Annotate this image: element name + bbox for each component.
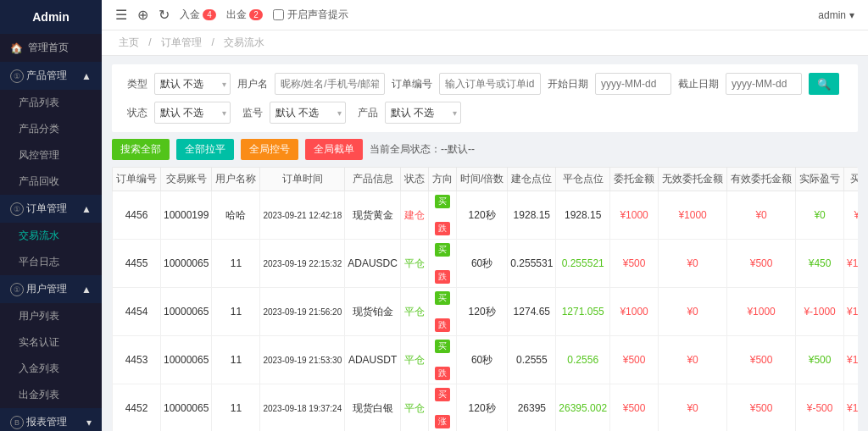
th-buy-balance: 买压余额 [844, 168, 858, 191]
product-select[interactable]: 默认 不选 [385, 102, 461, 124]
sidebar-section-label: ① 产品管理 [10, 69, 67, 83]
sound-toggle[interactable]: 开启声音提示 [273, 8, 348, 22]
table-row: 4453 10000065 11 2023-09-19 21:53:30 ADA… [113, 336, 859, 384]
cell-close-price: 1271.055 [556, 288, 610, 336]
sound-checkbox[interactable] [273, 9, 284, 20]
sidebar-section-product[interactable]: ① 产品管理 ▲ [0, 62, 102, 90]
sidebar-section-user[interactable]: ① 用户管理 ▲ [0, 275, 102, 303]
breadcrumb-order-mgmt[interactable]: 订单管理 [161, 36, 202, 48]
cell-account: 10000065 [161, 288, 212, 336]
home-icon: 🏠 [10, 42, 23, 54]
sidebar: Admin 🏠 管理首页 ① 产品管理 ▲ 产品列表 产品分类 风控管理 产品回… [0, 0, 102, 431]
sidebar-section-order[interactable]: ① 订单管理 ▲ [0, 195, 102, 223]
sidebar-item-dashboard[interactable]: 🏠 管理首页 [0, 34, 102, 62]
type-select[interactable]: 默认 不选 [154, 73, 231, 95]
monitor-select[interactable]: 默认 不选 [270, 102, 346, 124]
filter-row-2: 状态 默认 不选 监号 默认 不选 产品 默认 不选 [122, 102, 848, 124]
breadcrumb: 主页 / 订单管理 / 交易流水 [102, 30, 868, 56]
order-no-input[interactable] [439, 73, 541, 95]
refresh-icon[interactable]: ↻ [159, 7, 170, 23]
breadcrumb-sep2: / [211, 36, 214, 48]
cell-buy-balance: ¥190331.8 [844, 240, 858, 288]
cell-status: 建仓 [400, 191, 428, 240]
filter-row-1: 类型 默认 不选 用户名 订单编号 开始日期 截止日期 🔍 [122, 73, 848, 95]
all-flat-button[interactable]: 全部拉平 [176, 139, 234, 160]
sidebar-item-product-audit[interactable]: 产品回收 [0, 169, 102, 195]
status-select-wrapper: 默认 不选 [154, 102, 231, 124]
dropdown-icon[interactable]: ▾ [849, 9, 854, 21]
cell-status: 平仓 [400, 288, 428, 336]
sidebar-item-platform-log[interactable]: 平台日志 [0, 249, 102, 275]
cell-time: 2023-09-19 21:56:20 [260, 288, 345, 336]
menu-icon[interactable]: ☰ [115, 7, 127, 23]
cell-order-id: 4456 [113, 191, 161, 240]
search-all-button[interactable]: 搜索全部 [112, 139, 170, 160]
cell-product: 现货铂金 [345, 288, 401, 336]
th-valid-amount: 有效委托金额 [727, 168, 796, 191]
topbar-left: ☰ ⊕ ↻ 入金 4 出金 2 开启声音提示 [115, 7, 348, 23]
cell-order-id: 4454 [113, 288, 161, 336]
th-invalid-amount: 无效委托金额 [659, 168, 727, 191]
withdraw-btn[interactable]: 出金 2 [226, 8, 263, 22]
search-button[interactable]: 🔍 [809, 73, 839, 95]
cell-time-mult: 120秒 [456, 191, 507, 240]
th-status: 状态 [400, 168, 428, 191]
cell-amount: ¥1000 [610, 191, 659, 240]
sidebar-section-report[interactable]: B 报表管理 ▾ [0, 408, 102, 431]
chevron-down-icon: ▾ [86, 417, 92, 428]
breadcrumb-transaction-flow: 交易流水 [224, 36, 264, 48]
type-label: 类型 [122, 77, 147, 91]
sidebar-item-transaction-flow[interactable]: 交易流水 [0, 223, 102, 249]
username-input[interactable] [275, 73, 385, 95]
cell-account: 10000065 [161, 336, 212, 384]
sidebar-item-user-list[interactable]: 用户列表 [0, 303, 102, 329]
monitor-label: 监号 [237, 106, 263, 120]
cell-open-price: 1928.15 [508, 191, 556, 240]
start-date-input[interactable] [595, 73, 671, 95]
globe-icon[interactable]: ⊕ [137, 7, 148, 23]
th-username: 用户名称 [212, 168, 260, 191]
end-date-input[interactable] [726, 73, 802, 95]
withdraw-badge: 2 [249, 9, 263, 20]
action-row: 搜索全部 全部拉平 全局控号 全局截单 当前全局状态：--默认-- [112, 139, 858, 160]
cell-direction: 买跌 [428, 191, 456, 240]
th-amount: 委托金额 [610, 168, 659, 191]
cell-invalid-amount: ¥0 [659, 384, 727, 432]
sidebar-item-real-name[interactable]: 实名认证 [0, 329, 102, 356]
sidebar-item-risk-control[interactable]: 风控管理 [0, 142, 102, 169]
cell-username: 11 [212, 384, 260, 432]
table-row: 4452 10000065 11 2023-09-18 19:37:24 现货白… [113, 384, 859, 432]
cell-account: 10000065 [161, 384, 212, 432]
main-content: ☰ ⊕ ↻ 入金 4 出金 2 开启声音提示 admin ▾ 主页 / 订单管理… [102, 0, 868, 431]
cell-profit: ¥500 [796, 336, 844, 384]
content-area: 类型 默认 不选 用户名 订单编号 开始日期 截止日期 🔍 状态 [102, 56, 868, 431]
all-reject-button[interactable]: 全局截单 [305, 139, 363, 160]
cell-username: 11 [212, 240, 260, 288]
cell-buy-balance: ¥191831.8 [844, 384, 858, 432]
cell-time: 2023-09-19 22:15:32 [260, 240, 345, 288]
cell-status: 平仓 [400, 336, 428, 384]
cell-open-price: 26395 [508, 384, 556, 432]
th-time-mult: 时间/倍数 [456, 168, 507, 191]
all-control-button[interactable]: 全局控号 [241, 139, 298, 160]
th-product: 产品信息 [345, 168, 401, 191]
sidebar-item-label: 管理首页 [28, 41, 69, 55]
sidebar-item-deposit-list[interactable]: 入金列表 [0, 356, 102, 382]
cell-time-mult: 120秒 [456, 384, 507, 432]
cell-order-id: 4453 [113, 336, 161, 384]
chevron-up-icon: ▲ [81, 284, 92, 296]
status-select[interactable]: 默认 不选 [154, 102, 231, 124]
cell-direction: 买跌 [428, 288, 456, 336]
sidebar-item-product-category[interactable]: 产品分类 [0, 116, 102, 142]
cell-username: 11 [212, 336, 260, 384]
deposit-btn[interactable]: 入金 4 [180, 8, 216, 22]
cell-account: 10000065 [161, 240, 212, 288]
sidebar-item-withdraw-list[interactable]: 出金列表 [0, 382, 102, 408]
cell-profit: ¥450 [796, 240, 844, 288]
username-label: 用户名 [237, 77, 268, 91]
cell-product: 现货黄金 [345, 191, 401, 240]
cell-order-id: 4455 [113, 240, 161, 288]
breadcrumb-home[interactable]: 主页 [119, 36, 139, 48]
sidebar-item-product-list[interactable]: 产品列表 [0, 90, 102, 116]
chevron-up-icon: ▲ [81, 203, 92, 215]
